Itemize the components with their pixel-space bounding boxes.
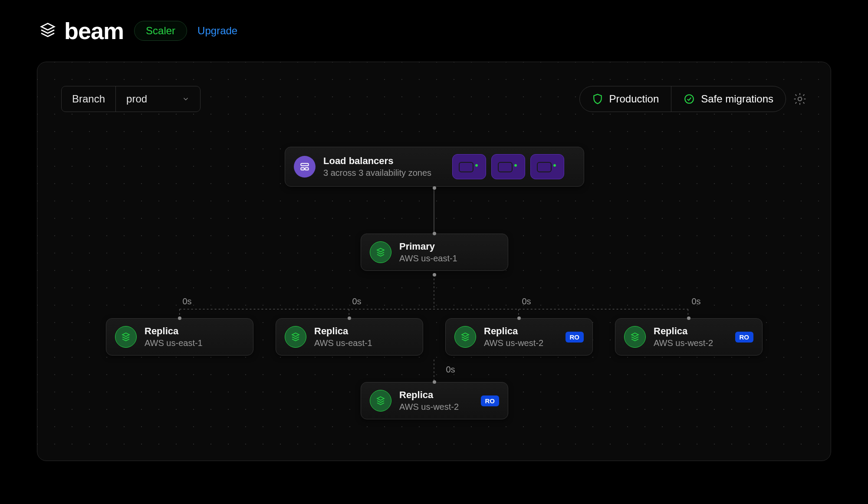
branch-dropdown[interactable]: prod bbox=[116, 86, 200, 112]
shield-icon bbox=[592, 93, 603, 105]
card-title: Load balancers bbox=[323, 155, 431, 167]
card-subtitle: 3 across 3 availability zones bbox=[323, 168, 431, 178]
svg-rect-12 bbox=[305, 168, 309, 170]
latency-label: 0s bbox=[691, 296, 700, 306]
card-region: AWS us-west-2 bbox=[654, 338, 713, 348]
connection-dot bbox=[687, 316, 690, 320]
card-region: AWS us-west-2 bbox=[399, 402, 459, 412]
card-title: Replica bbox=[399, 389, 459, 401]
lb-instances bbox=[452, 154, 564, 179]
lb-instance bbox=[491, 154, 525, 179]
branch-value: prod bbox=[126, 93, 147, 105]
connection-dot bbox=[178, 316, 181, 320]
load-balancer-card[interactable]: Load balancers 3 across 3 availability z… bbox=[285, 147, 584, 187]
readonly-badge: RO bbox=[566, 332, 584, 343]
card-region: AWS us-east-1 bbox=[399, 254, 457, 264]
replica-card[interactable]: ReplicaAWS us-west-2 RO bbox=[445, 318, 593, 356]
database-icon bbox=[370, 241, 391, 263]
card-region: AWS us-east-1 bbox=[145, 338, 203, 348]
load-balancer-icon bbox=[294, 156, 316, 178]
connection-dot bbox=[433, 232, 436, 235]
connection-dot bbox=[433, 380, 436, 384]
readonly-badge: RO bbox=[481, 395, 500, 406]
connection-dot bbox=[517, 316, 521, 320]
latency-label: 0s bbox=[182, 296, 191, 306]
database-icon bbox=[115, 326, 137, 348]
latency-label: 0s bbox=[522, 296, 531, 306]
card-region: AWS us-east-1 bbox=[314, 338, 372, 348]
latency-label: 0s bbox=[446, 365, 455, 375]
database-icon bbox=[285, 326, 306, 348]
check-circle-icon bbox=[684, 93, 695, 105]
replica-card[interactable]: ReplicaAWS us-east-1 bbox=[106, 318, 253, 356]
card-title: Replica bbox=[484, 326, 543, 337]
gear-icon[interactable] bbox=[793, 92, 807, 106]
svg-rect-10 bbox=[301, 163, 308, 165]
replica-card[interactable]: ReplicaAWS us-west-2 RO bbox=[361, 382, 508, 419]
connection-dot bbox=[433, 186, 436, 190]
connection-dot bbox=[433, 273, 436, 277]
replica-card[interactable]: ReplicaAWS us-east-1 bbox=[276, 318, 423, 356]
connection-dot bbox=[348, 316, 351, 320]
production-badge[interactable]: Production bbox=[580, 86, 671, 112]
card-title: Primary bbox=[399, 241, 457, 252]
logo-icon bbox=[39, 21, 56, 40]
product-name: beam bbox=[64, 17, 124, 44]
latency-label: 0s bbox=[352, 296, 361, 306]
status-label: Production bbox=[609, 93, 659, 105]
lb-instance bbox=[530, 154, 564, 179]
status-label: Safe migrations bbox=[701, 93, 773, 105]
primary-db-card[interactable]: Primary AWS us-east-1 bbox=[361, 234, 508, 271]
chevron-down-icon bbox=[182, 95, 190, 103]
card-region: AWS us-west-2 bbox=[484, 338, 543, 348]
branch-selector[interactable]: Branch prod bbox=[61, 86, 201, 112]
database-icon bbox=[624, 326, 646, 348]
svg-point-9 bbox=[798, 97, 802, 101]
status-badges: Production Safe migrations bbox=[579, 86, 786, 112]
upgrade-link[interactable]: Upgrade bbox=[197, 25, 237, 37]
architecture-panel: 0s 0s 0s 0s 0s Branch prod Production Sa… bbox=[37, 62, 831, 461]
card-title: Replica bbox=[654, 326, 713, 337]
svg-point-8 bbox=[685, 95, 694, 103]
card-title: Replica bbox=[314, 326, 372, 337]
plan-badge[interactable]: Scaler bbox=[134, 21, 187, 41]
database-icon bbox=[454, 326, 476, 348]
svg-rect-11 bbox=[301, 168, 304, 170]
readonly-badge: RO bbox=[735, 332, 754, 343]
lb-instance bbox=[452, 154, 486, 179]
database-icon bbox=[370, 390, 391, 412]
replica-card[interactable]: ReplicaAWS us-west-2 RO bbox=[615, 318, 763, 356]
card-title: Replica bbox=[145, 326, 203, 337]
safe-migrations-badge[interactable]: Safe migrations bbox=[671, 86, 786, 112]
branch-label: Branch bbox=[62, 86, 116, 112]
